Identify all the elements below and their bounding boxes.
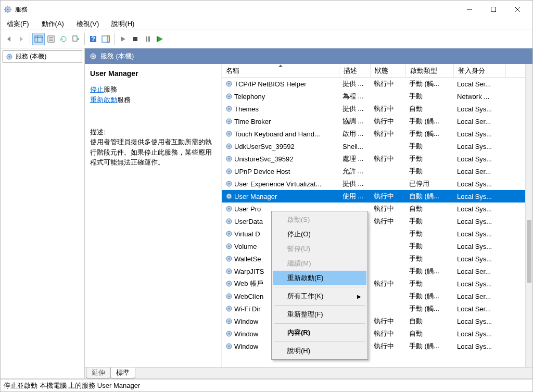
ctx-all-tasks[interactable]: 所有工作(K)▶: [273, 289, 366, 304]
menu-file[interactable]: 檔案(F): [5, 18, 31, 30]
svg-point-43: [229, 183, 230, 185]
svg-point-55: [229, 258, 230, 260]
menu-help[interactable]: 說明(H): [109, 18, 136, 30]
table-row[interactable]: TCP/IP NetBIOS Helper提供 ...執行中手動 (觸...Lo…: [222, 78, 532, 90]
cell-startup: 手動: [406, 254, 454, 263]
tab-standard[interactable]: 標準: [110, 368, 135, 378]
cell-logon: Local Sys...: [454, 243, 506, 250]
table-row[interactable]: Window執行中自動Local Sys...: [222, 315, 532, 327]
restart-suffix: 服務: [117, 96, 131, 104]
window-title: 服務: [15, 5, 458, 14]
maximize-button[interactable]: [481, 2, 505, 17]
pause-service-button[interactable]: [142, 33, 154, 45]
cell-logon: Local Ser...: [454, 305, 506, 313]
list-header: 名稱 描述 狀態 啟動類型 登入身分: [222, 64, 532, 78]
menubar: 檔案(F) 動作(A) 檢視(V) 說明(H): [1, 18, 532, 30]
col-startup[interactable]: 啟動類型: [406, 64, 454, 77]
ctx-help[interactable]: 說明(H): [273, 344, 366, 358]
properties-button[interactable]: [45, 33, 57, 45]
tab-extended[interactable]: 延伸: [86, 368, 111, 378]
table-row[interactable]: Touch Keyboard and Hand...啟用 ...執行中手動 (觸…: [222, 128, 532, 140]
ctx-properties[interactable]: 內容(R): [273, 325, 366, 340]
service-icon: [225, 330, 233, 338]
table-row[interactable]: User Pro執行中自動Local Sys...: [222, 203, 532, 215]
scrollbar-thumb[interactable]: [527, 220, 531, 283]
service-icon: [225, 342, 233, 350]
cell-logon: Local Ser...: [454, 80, 506, 88]
table-row[interactable]: Telephony為程 ...手動Network ...: [222, 90, 532, 103]
forward-button[interactable]: [15, 33, 28, 45]
cell-startup: 手動 (觸...: [406, 304, 454, 313]
svg-rect-3: [491, 7, 496, 12]
table-row[interactable]: WebClien手動 (觸...Local Ser...: [222, 290, 532, 302]
table-row[interactable]: Wi-Fi Dir手動 (觸...Local Ser...: [222, 302, 532, 315]
svg-point-57: [229, 271, 230, 272]
table-row[interactable]: Virtual D手動Local Sys...: [222, 227, 532, 240]
cell-name: TCP/IP NetBIOS Helper: [222, 80, 339, 88]
col-status[interactable]: 狀態: [371, 64, 406, 77]
submenu-arrow-icon: ▶: [357, 294, 361, 299]
stop-service-link[interactable]: 停止: [90, 85, 104, 93]
table-row[interactable]: UdkUserSvc_39592Shell...手動Local Sys...: [222, 140, 532, 153]
svg-point-27: [229, 83, 230, 85]
table-row[interactable]: Web 帳戶執行中手動Local Sys...: [222, 277, 532, 290]
action-pane-button[interactable]: [99, 33, 112, 45]
table-row[interactable]: Window執行中手動 (觸...Local Sys...: [222, 340, 532, 352]
start-service-button[interactable]: [117, 33, 129, 45]
close-button[interactable]: [505, 2, 529, 17]
minimize-button[interactable]: [458, 2, 481, 17]
svg-point-33: [229, 121, 230, 122]
table-row[interactable]: User Experience Virtualizat...提供 ...已停用L…: [222, 178, 532, 190]
stop-service-button[interactable]: [129, 33, 142, 45]
svg-point-61: [229, 296, 230, 297]
show-hide-tree-button[interactable]: [32, 33, 45, 45]
svg-text:?: ?: [91, 35, 95, 43]
svg-point-53: [229, 246, 230, 247]
service-icon: [225, 80, 233, 88]
table-row[interactable]: User Manager使用 ...執行中自動 (觸...Local Sys..…: [222, 190, 532, 203]
table-row[interactable]: Time Broker協調 ...執行中手動 (觸...Local Ser...: [222, 115, 532, 128]
service-icon: [225, 280, 233, 288]
cell-logon: Local Sys...: [454, 143, 506, 150]
cell-status: 執行中: [371, 104, 406, 113]
scrollbar[interactable]: [525, 64, 532, 367]
table-row[interactable]: Themes提供 ...執行中自動Local Sys...: [222, 103, 532, 115]
tree-node-services-local[interactable]: 服務 (本機): [3, 50, 82, 62]
svg-rect-6: [35, 36, 42, 42]
ctx-stop[interactable]: 停止(O): [273, 227, 366, 242]
back-button[interactable]: [3, 33, 15, 45]
table-row[interactable]: WalletSe手動Local Sys...: [222, 252, 532, 265]
ctx-restart[interactable]: 重新啟動(E): [273, 271, 366, 285]
cell-startup: 自動: [406, 104, 454, 113]
restart-service-button[interactable]: [154, 33, 167, 45]
col-logon[interactable]: 登入身分: [454, 64, 506, 77]
service-icon: [225, 292, 233, 300]
svg-point-29: [229, 96, 230, 97]
service-icon: [225, 180, 233, 188]
svg-point-1: [7, 9, 9, 10]
table-row[interactable]: Volume手動Local Sys...: [222, 240, 532, 252]
col-desc[interactable]: 描述: [339, 64, 371, 77]
restart-service-link[interactable]: 重新啟動: [90, 96, 117, 104]
tree-node-label: 服務 (本機): [16, 52, 46, 61]
table-row[interactable]: WarpJITS手動 (觸...Local Ser...: [222, 265, 532, 277]
export-button[interactable]: [70, 33, 82, 45]
cell-startup: 手動: [406, 217, 454, 226]
table-row[interactable]: UPnP Device Host允許 ...手動Local Ser...: [222, 165, 532, 178]
cell-desc: 啟用 ...: [339, 129, 371, 138]
cell-startup: 手動 (觸...: [406, 342, 454, 351]
cell-name: Telephony: [222, 92, 339, 100]
table-row[interactable]: Window執行中自動Local Sys...: [222, 327, 532, 340]
cell-status: 執行中: [371, 129, 406, 138]
menu-action[interactable]: 動作(A): [40, 18, 66, 30]
service-icon: [225, 192, 233, 200]
refresh-button[interactable]: [57, 33, 70, 45]
cell-startup: 手動: [406, 229, 454, 238]
table-row[interactable]: UnistoreSvc_39592處理 ...執行中手動Local Sys...: [222, 153, 532, 165]
menu-view[interactable]: 檢視(V): [74, 18, 101, 30]
cell-startup: 自動: [406, 317, 454, 326]
table-row[interactable]: UserData執行中手動Local Sys...: [222, 215, 532, 227]
ctx-refresh[interactable]: 重新整理(F): [273, 307, 366, 322]
help-button[interactable]: ?: [87, 33, 99, 45]
stop-suffix: 服務: [104, 85, 117, 93]
